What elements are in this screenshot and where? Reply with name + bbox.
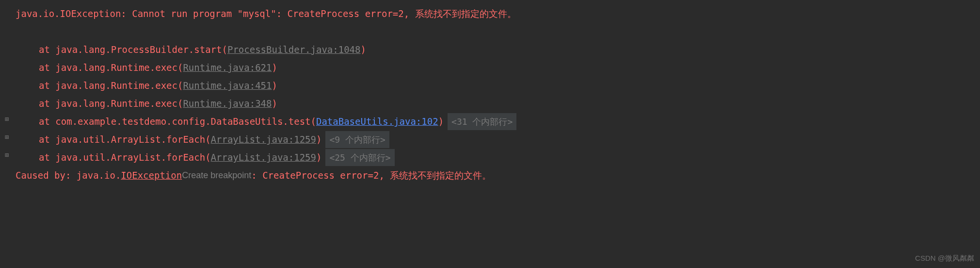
stack-frame: at java.lang.Runtime.exec(Runtime.java:6…	[0, 59, 980, 77]
caused-by-suffix: : CreateProcess error=2, 系统找不到指定的文件。	[251, 167, 491, 184]
source-link[interactable]: Runtime.java:451	[183, 77, 272, 95]
frame-suffix: )	[360, 41, 366, 59]
frame-prefix: at java.lang.Runtime.exec(	[39, 59, 183, 77]
collapsed-frames-badge[interactable]: <25 个内部行>	[325, 149, 394, 166]
frame-suffix: )	[316, 149, 321, 167]
expand-icon[interactable]: ⊞	[3, 131, 11, 144]
expand-icon[interactable]: ⊞	[3, 149, 11, 162]
stack-frame: at java.lang.Runtime.exec(Runtime.java:4…	[0, 77, 980, 95]
exception-text: java.io.IOException: Cannot run program …	[16, 5, 516, 23]
stack-frame: at java.lang.Runtime.exec(Runtime.java:3…	[0, 95, 980, 113]
frame-prefix: at java.lang.ProcessBuilder.start(	[39, 41, 227, 59]
exception-message: java.io.IOException: Cannot run program …	[0, 5, 980, 23]
frame-suffix: )	[438, 113, 444, 131]
source-link[interactable]: Runtime.java:348	[183, 95, 272, 113]
watermark-text: CSDN @微风粼粼	[915, 251, 974, 265]
frame-suffix: )	[272, 59, 277, 77]
source-link[interactable]: Runtime.java:621	[183, 59, 272, 77]
caused-by-line: Caused by: java.io.IOException Create br…	[0, 167, 980, 184]
source-link[interactable]: ArrayList.java:1259	[211, 131, 316, 149]
collapsed-frames-badge[interactable]: <9 个内部行>	[325, 131, 389, 148]
source-link[interactable]: DataBaseUtils.java:102	[316, 113, 438, 131]
expand-icon[interactable]: ⊞	[3, 113, 11, 126]
exception-class-link[interactable]: IOException	[121, 167, 182, 184]
collapsed-frames-badge[interactable]: <31 个内部行>	[448, 113, 516, 130]
frame-suffix: )	[272, 95, 277, 113]
stack-frame: at java.lang.ProcessBuilder.start(Proces…	[0, 41, 980, 59]
frame-suffix: )	[272, 77, 277, 95]
stack-frame: at com.example.testdemo.config.DataBaseU…	[0, 113, 980, 131]
blank-line	[0, 23, 980, 41]
frame-prefix: at java.lang.Runtime.exec(	[39, 95, 183, 113]
stack-frame: at java.util.ArrayList.forEach(ArrayList…	[0, 131, 980, 149]
frame-prefix: at java.util.ArrayList.forEach(	[39, 131, 211, 149]
frame-suffix: )	[316, 131, 321, 149]
frame-prefix: at java.lang.Runtime.exec(	[39, 77, 183, 95]
stack-frame: at java.util.ArrayList.forEach(ArrayList…	[0, 149, 980, 167]
source-link[interactable]: ArrayList.java:1259	[211, 149, 316, 167]
frame-prefix: at com.example.testdemo.config.DataBaseU…	[39, 113, 316, 131]
create-breakpoint-button[interactable]: Create breakpoint	[182, 167, 251, 184]
caused-by-prefix: Caused by: java.io.	[16, 167, 121, 184]
frame-prefix: at java.util.ArrayList.forEach(	[39, 149, 211, 167]
source-link[interactable]: ProcessBuilder.java:1048	[227, 41, 361, 59]
